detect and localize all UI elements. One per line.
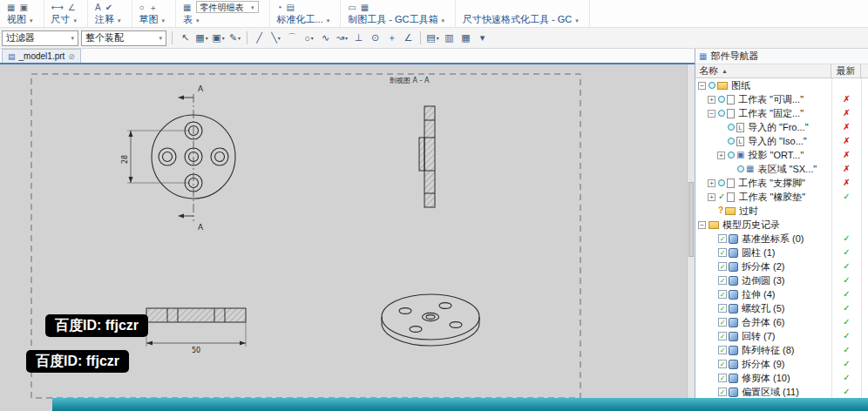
checkbox-icon[interactable]: ✓ [718,332,727,340]
ribbon-tab-4[interactable]: 草图▾ [139,13,166,25]
tree-row[interactable]: ✓螺纹孔 (5)✓ [695,301,868,315]
checkbox-icon[interactable]: ✓ [718,387,727,396]
tree-row[interactable]: ?过时 [695,204,868,218]
ribbon-tool-icon[interactable]: ▦ [361,2,369,13]
ribbon-tool-icon[interactable]: ▭ [348,2,356,13]
canvas-scrollbar[interactable] [687,64,695,411]
assembly-scope-dropdown[interactable]: 整个装配 ▾ [81,30,166,46]
ribbon-tab-2[interactable]: 尺寸▾ [51,13,78,25]
column-header-name[interactable]: 名称 ▲ [695,64,831,77]
angle-tool[interactable]: ∠ [401,30,416,46]
studio-spline-tool[interactable]: ↝▾ [335,30,349,46]
checkbox-icon[interactable]: ✓ [718,262,727,271]
checkbox-icon[interactable]: ✓ [718,304,727,313]
checkbox-icon[interactable]: ✓ [718,248,727,257]
tree-row[interactable]: L导入的 "Iso..."✗ [695,134,868,148]
tree-row[interactable]: ▦表区域 "SX..."✗ [695,162,868,176]
ribbon-tab-7[interactable]: 制图工具 - GC工具箱▾ [348,13,444,25]
view-window[interactable]: ▥ [442,30,457,46]
ribbon-tool-icon[interactable]: ✔ [105,2,112,13]
ribbon-tab-1[interactable]: 视图▾ [7,13,33,25]
isometric-view[interactable] [382,294,479,346]
tree-row[interactable]: ✓合并体 (6)✓ [695,315,868,329]
side-view[interactable]: 50 [146,308,246,354]
ribbon-tab-8[interactable]: 尺寸快速格式化工具 - GC▾ [463,13,579,25]
expand-toggle[interactable]: + [708,96,715,104]
checkbox-icon[interactable]: ✓ [718,234,727,243]
checkbox-icon[interactable]: ✓ [718,276,727,285]
more-options[interactable]: ▾ [475,30,490,46]
sheet-icon [727,179,735,188]
tree-row[interactable]: −图纸 [695,78,868,92]
ribbon-tool-icon[interactable]: ○ [139,2,145,13]
front-view[interactable]: A A 28 [121,84,235,232]
tree-row[interactable]: +工作表 "支撑脚"✗ [695,176,868,190]
tree-row[interactable]: ✓回转 (7)✓ [695,329,868,343]
drawing-canvas[interactable]: A A 28 剖视图 A - A [0,64,695,411]
tree-row[interactable]: ✓基准坐标系 (0)✓ [695,232,868,246]
circle-tool[interactable]: ○▾ [302,30,316,46]
tree-row[interactable]: ✓边倒圆 (3)✓ [695,273,868,287]
tree-row[interactable]: +✓工作表 "橡胶垫"✓ [695,190,868,204]
tree-row[interactable]: −工作表 "固定..."✗ [695,106,868,120]
tree-row-label: 回转 (7) [742,330,776,343]
arc-tool[interactable]: ⌒ [285,30,300,46]
section-view[interactable]: 剖视图 A - A [390,77,435,207]
spline-tool[interactable]: ∿ [318,30,333,46]
tree-row[interactable]: −模型历史记录 [695,218,868,232]
expand-toggle[interactable]: − [698,221,706,229]
edit-sketch[interactable]: ✎▾ [227,30,242,46]
tree-row[interactable]: L导入的 "Fro..."✗ [695,120,868,134]
expand-toggle[interactable]: + [717,152,725,159]
ribbon-tool-icon[interactable]: ◔ [277,2,282,13]
tree-row[interactable]: ✓拉伸 (4)✓ [695,287,868,301]
snap-grid[interactable]: ▦▾ [194,30,209,46]
ribbon-tool-icon[interactable]: A [95,2,101,13]
tree-row[interactable]: +工作表 "可调..."✗ [695,92,868,106]
ribbon-tab-3[interactable]: 注释▾ [95,13,121,25]
row-extra-cell [861,134,868,148]
checkbox-icon[interactable]: ✓ [718,374,727,382]
expand-toggle[interactable]: + [708,193,715,201]
ribbon-tool-icon[interactable]: ▣ [19,2,27,13]
display-style[interactable]: ▣▾ [211,30,226,46]
grid-display[interactable]: ▦ [458,30,473,46]
perpendicular-tool[interactable]: ⊥ [351,30,366,46]
tree-row[interactable]: +▣投影 "ORT..."✗ [695,148,868,162]
document-tab[interactable]: ▤ _model1.prt ⊘ [2,49,81,63]
parts-list-combo[interactable]: 零件明细表▾ [196,1,259,13]
dimension-28[interactable]: 28 [121,155,129,164]
tree-row[interactable]: ✓拆分体 (9)✓ [695,357,868,371]
ribbon-tool-icon[interactable]: ▦ [183,2,191,13]
expand-toggle[interactable]: − [708,110,715,118]
sheet-layout[interactable]: ▤▾ [425,30,440,46]
plus-tool[interactable]: ＋ [384,30,399,46]
ribbon-tab-6[interactable]: 标准化工...▾ [277,13,330,25]
ribbon-tab-5[interactable]: 表▾ [183,13,258,25]
dimension-50[interactable]: 50 [192,347,200,354]
checkbox-icon[interactable]: ✓ [718,318,727,327]
filter-dropdown[interactable]: 过滤器 ▾ [2,30,78,46]
ribbon-tool-icon[interactable]: ▤ [287,2,295,13]
expand-toggle[interactable]: − [698,82,706,90]
select-cursor[interactable]: ↖ [178,30,193,46]
column-header-latest[interactable]: 最新 [831,64,861,77]
checkbox-icon[interactable]: ✓ [718,360,727,368]
ribbon-tool-icon[interactable]: ▦ [7,2,15,13]
point-tool[interactable]: ⊙ [368,30,383,46]
watermark-badge: 百度ID: ffjczr [26,350,129,373]
ribbon-tool-icon[interactable]: ＋ [149,2,158,13]
ribbon-tool-icon[interactable]: ∠ [68,2,76,13]
tree-row[interactable]: ✓阵列特征 (8)✓ [695,343,868,357]
tree-row[interactable]: ✓偏置区域 (11)✓ [695,385,868,399]
scrollbar-thumb[interactable] [688,182,694,257]
tree-row[interactable]: ✓修剪体 (10)✓ [695,371,868,385]
tree-row[interactable]: ✓拆分体 (2)✓ [695,259,868,273]
checkbox-icon[interactable]: ✓ [718,290,727,299]
tree-row[interactable]: ✓圆柱 (1)✓ [695,246,868,259]
ribbon-tool-icon[interactable]: ⟷ [51,2,64,13]
checkbox-icon[interactable]: ✓ [718,346,727,354]
line-tool[interactable]: ╱ [252,30,267,46]
profile-tool[interactable]: ╲▾ [268,30,283,46]
expand-toggle[interactable]: + [708,179,715,187]
